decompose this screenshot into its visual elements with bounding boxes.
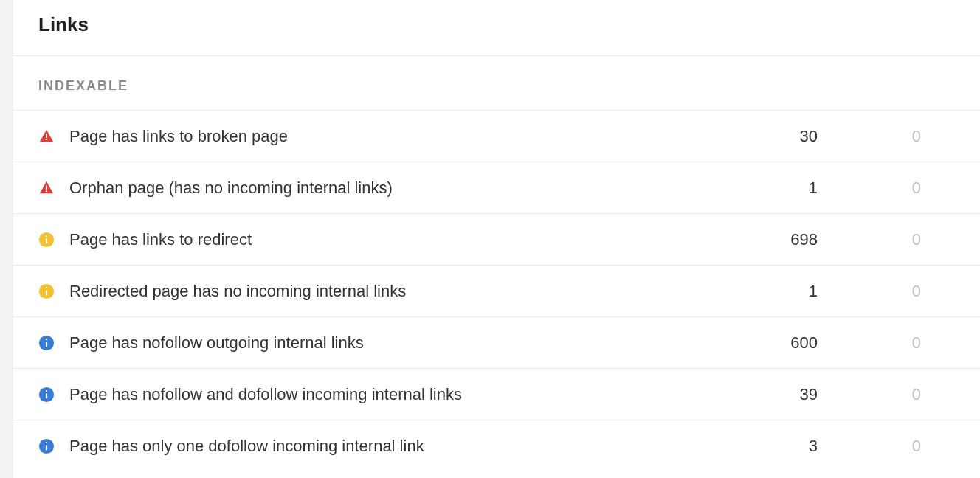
issue-label: Orphan page (has no incoming internal li… [69,179,714,198]
left-rail [0,0,13,478]
svg-rect-11 [46,339,47,340]
svg-rect-1 [46,139,47,140]
issue-label: Page has links to redirect [69,230,714,249]
svg-rect-3 [46,190,47,192]
svg-rect-15 [46,393,47,398]
issue-count: 1 [714,179,877,198]
warning-icon [38,232,69,248]
svg-rect-12 [46,342,47,347]
issue-label: Page has links to broken page [69,127,714,146]
warning-icon [38,283,69,299]
svg-rect-18 [46,445,47,450]
issue-delta: 0 [877,230,980,249]
issue-count: 3 [714,437,877,456]
issue-row[interactable]: Redirected page has no incoming internal… [13,265,980,316]
issue-count: 39 [714,385,877,404]
issue-row[interactable]: Page has links to redirect6980 [13,213,980,265]
issue-label: Page has nofollow and dofollow incoming … [69,385,714,404]
svg-rect-9 [46,290,47,295]
svg-rect-17 [46,442,47,443]
issue-delta: 0 [877,437,980,456]
issue-delta: 0 [877,385,980,404]
svg-rect-0 [46,134,47,138]
svg-rect-6 [46,238,47,243]
links-panel: Links Indexable Page has links to broken… [13,0,980,478]
issues-list: Page has links to broken page300Orphan p… [13,110,980,471]
issue-label: Page has only one dofollow incoming inte… [69,437,714,456]
info-icon [38,438,69,454]
issue-row[interactable]: Page has nofollow and dofollow incoming … [13,368,980,420]
svg-rect-14 [46,390,47,392]
panel-title: Links [13,0,980,55]
issue-count: 1 [714,282,877,301]
svg-rect-5 [46,235,47,237]
issue-row[interactable]: Page has only one dofollow incoming inte… [13,420,980,471]
svg-rect-2 [46,185,47,190]
issue-count: 600 [714,333,877,353]
issue-count: 698 [714,230,877,249]
issue-row[interactable]: Page has links to broken page300 [13,110,980,162]
error-icon [38,180,69,196]
issue-label: Page has nofollow outgoing internal link… [69,333,714,353]
issue-row[interactable]: Orphan page (has no incoming internal li… [13,162,980,213]
info-icon [38,387,69,403]
issue-row[interactable]: Page has nofollow outgoing internal link… [13,316,980,368]
issue-count: 30 [714,127,877,146]
error-icon [38,128,69,145]
issue-delta: 0 [877,127,980,146]
info-icon [38,335,69,351]
issue-label: Redirected page has no incoming internal… [69,282,714,301]
svg-rect-8 [46,287,47,288]
issue-delta: 0 [877,282,980,301]
section-label-indexable: Indexable [13,56,980,110]
issue-delta: 0 [877,179,980,198]
issue-delta: 0 [877,333,980,353]
